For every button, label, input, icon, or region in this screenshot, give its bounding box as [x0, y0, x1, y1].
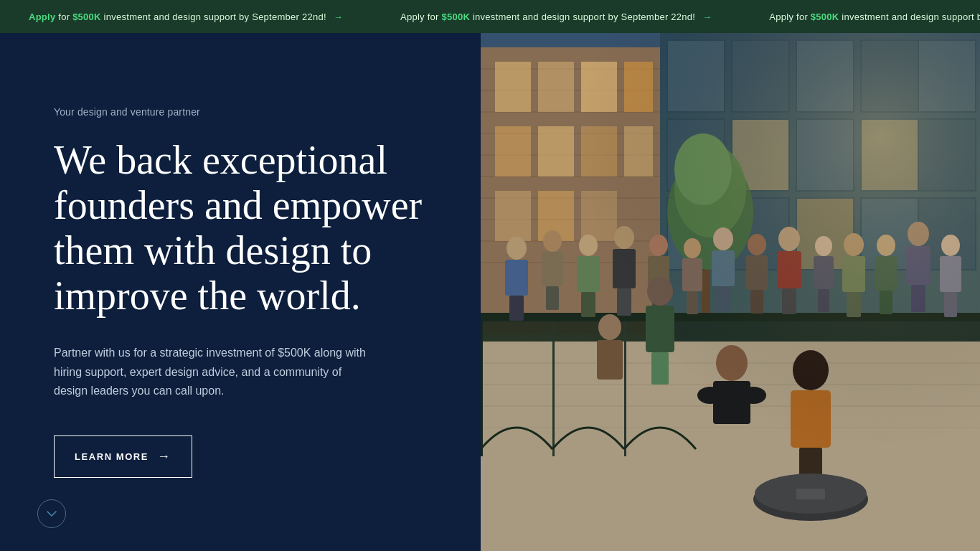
- hero-heading: We back exceptional founders and empower…: [54, 138, 438, 318]
- ticker-text-4: investment and design support by Septemb…: [839, 11, 980, 22]
- ticker-text-2: investment and design support by Septemb…: [101, 11, 329, 22]
- main-area: Your design and venture partner We back …: [0, 33, 980, 551]
- ticker-cta-3: Apply for: [769, 11, 811, 22]
- arrow-right-icon: →: [157, 449, 171, 464]
- ticker-item[interactable]: Apply for $500K investment and design su…: [0, 11, 372, 22]
- ticker-cta[interactable]: Apply: [29, 11, 55, 22]
- chevron-down-icon: [46, 508, 57, 519]
- learn-more-label: LEARN MORE: [75, 451, 149, 462]
- ticker-amount-2: $500K: [441, 11, 470, 22]
- ticker-amount-1: $500K: [72, 11, 101, 22]
- tagline: Your design and venture partner: [54, 106, 438, 118]
- left-panel: Your design and venture partner We back …: [0, 33, 481, 551]
- ticker-text-3: investment and design support by Septemb…: [470, 11, 698, 22]
- learn-more-button[interactable]: LEARN MORE →: [54, 435, 192, 478]
- hero-description: Partner with us for a strategic investme…: [54, 344, 369, 400]
- svg-rect-112: [481, 33, 980, 551]
- hero-photo: [481, 33, 980, 551]
- ticker-track: Apply for $500K investment and design su…: [0, 11, 980, 22]
- ticker-item[interactable]: Apply for $500K investment and design su…: [372, 11, 740, 22]
- ticker-amount-3: $500K: [811, 11, 839, 22]
- ticker-arrow-2: →: [702, 11, 712, 22]
- ticker-cta-2: Apply for: [400, 11, 442, 22]
- ticker-text-1: for: [55, 11, 72, 22]
- hero-image-panel: [481, 33, 980, 551]
- scroll-down-button[interactable]: [37, 499, 66, 528]
- ticker-bar: Apply for $500K investment and design su…: [0, 0, 980, 33]
- ticker-item[interactable]: Apply for $500K investment and design su…: [740, 11, 980, 22]
- ticker-arrow-1: →: [334, 11, 343, 22]
